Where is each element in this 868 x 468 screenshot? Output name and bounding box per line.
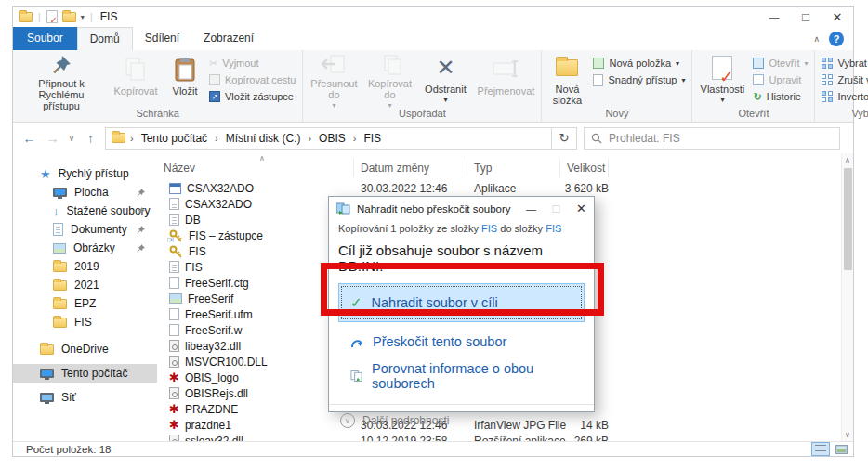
sidebar-item-desktop[interactable]: Plocha	[13, 183, 157, 202]
properties-button[interactable]: Vlastnosti ▾	[695, 50, 749, 106]
tab-soubor[interactable]: Soubor	[13, 27, 77, 50]
up-button[interactable]: ↑	[79, 127, 102, 150]
folder-icon	[53, 280, 67, 291]
cut-button[interactable]: ✂ Vyjmout	[205, 55, 299, 72]
refresh-button[interactable]: ↻	[552, 127, 577, 150]
maximize-button[interactable]: □	[790, 6, 822, 27]
easy-access-button[interactable]: Snadný přístup ▾	[589, 72, 689, 88]
copy-to-button[interactable]: Kopírovat do ▾	[362, 50, 417, 106]
sidebar-item-this-pc[interactable]: Tento počítač	[13, 364, 157, 383]
help-icon[interactable]: ?	[829, 32, 844, 46]
properties-icon	[712, 54, 732, 82]
details-view-button[interactable]	[811, 442, 830, 456]
new-item-button[interactable]: Nová položka ▾	[589, 55, 689, 72]
sort-ascending-icon: ∧	[259, 154, 265, 162]
qat-dropdown-icon[interactable]: ▾	[81, 13, 85, 21]
new-folder-button[interactable]: Nová složka	[545, 50, 589, 106]
sidebar-item-network[interactable]: Síť	[13, 388, 157, 407]
thumbnails-view-button[interactable]	[832, 442, 850, 456]
folder-icon	[19, 12, 33, 22]
compare-files-option[interactable]: Porovnat informace o obou souborech	[350, 361, 585, 391]
sidebar-item-quick-access[interactable]: ★ Rychlý přístup	[13, 164, 157, 183]
delete-button[interactable]: ✕ Odstranit ▾	[417, 50, 473, 106]
sidebar-item-documents[interactable]: Dokumenty	[13, 220, 157, 239]
column-header-date[interactable]: Datum změny	[354, 159, 467, 177]
recent-locations-icon[interactable]: ∨	[64, 127, 79, 150]
history-button[interactable]: ↻ Historie	[749, 88, 811, 105]
tab-zobrazeni[interactable]: Zobrazení	[191, 27, 266, 50]
new-folder-qat-icon[interactable]	[62, 12, 76, 22]
edit-button[interactable]: Upravit	[749, 72, 811, 88]
open-icon	[753, 58, 764, 69]
column-header-name[interactable]: Název	[157, 159, 354, 177]
open-button[interactable]: Otevřít ▾	[749, 55, 811, 72]
tab-domu[interactable]: Domů	[77, 27, 133, 50]
paste-shortcut-icon: ↗	[209, 91, 220, 102]
minimize-button[interactable]: —	[758, 6, 790, 27]
select-all-button[interactable]: Vybrat vše	[818, 55, 868, 72]
copy-path-button[interactable]: Kopírovat cestu	[205, 72, 299, 88]
dialog-close-button[interactable]: ✕	[569, 197, 594, 220]
navigation-pane: ★ Rychlý přístup Plocha ↓ Stažené soubor…	[13, 153, 157, 441]
breadcrumb-local-disk[interactable]: Místní disk (C:)	[223, 132, 304, 145]
dialog-title-bar: Nahradit nebo přeskočit soubory — □ ✕	[329, 197, 594, 220]
table-row[interactable]: CSAX32ADO 30.03.2022 12:46Aplikace3 620 …	[157, 180, 841, 196]
move-to-icon	[322, 54, 346, 76]
pin-icon	[137, 187, 145, 200]
scrollbar-thumb[interactable]	[844, 168, 852, 270]
tab-sdileni[interactable]: Sdílení	[133, 27, 191, 50]
pin-to-quick-access-button[interactable]: Připnout k Rychlému přístupu	[16, 50, 107, 106]
items-count: Počet položek: 18	[26, 444, 111, 455]
thumbnails-view-icon	[835, 445, 848, 454]
sidebar-item-epz[interactable]: EPZ	[13, 294, 157, 313]
breadcrumb-obis[interactable]: OBIS	[316, 132, 349, 145]
network-icon	[40, 393, 54, 402]
edit-icon	[753, 74, 764, 85]
sidebar-item-onedrive[interactable]: OneDrive	[13, 340, 157, 358]
search-input[interactable]: Prohledat: FIS	[584, 127, 840, 150]
sidebar-item-pictures[interactable]: Obrázky	[13, 239, 157, 257]
properties-qat-icon[interactable]	[46, 10, 58, 23]
cut-icon: ✂	[209, 58, 217, 69]
config-file-icon	[169, 214, 179, 226]
breadcrumb[interactable]: › Tento počítač › Místní disk (C:) › OBI…	[105, 127, 552, 150]
sidebar-item-fis[interactable]: FIS	[13, 313, 157, 332]
file-icon	[169, 277, 179, 289]
collapse-ribbon-icon[interactable]: ∧	[813, 34, 820, 44]
invert-selection-button[interactable]: Invertovat výběr	[818, 88, 868, 105]
sidebar-item-downloads[interactable]: ↓ Stažené soubory	[13, 202, 157, 220]
sidebar-item-2021[interactable]: 2021	[13, 276, 157, 294]
paste-button[interactable]: Vložit	[164, 50, 205, 106]
pin-icon	[137, 242, 145, 255]
rename-button[interactable]: Přejmenovat	[473, 50, 538, 106]
breadcrumb-fis[interactable]: FIS	[361, 132, 384, 145]
column-header-type[interactable]: Typ	[467, 159, 560, 177]
column-header-size[interactable]: Velikost	[560, 159, 609, 177]
back-button[interactable]: ←	[18, 127, 41, 150]
target-folder-link[interactable]: FIS	[546, 223, 561, 234]
scroll-up-icon[interactable]: ∧	[842, 153, 853, 166]
copy-to-icon	[377, 54, 401, 76]
close-button[interactable]: ✕	[822, 6, 853, 27]
copy-icon	[125, 54, 147, 84]
move-to-button[interactable]: Přesunout do ▾	[306, 50, 362, 106]
vertical-scrollbar[interactable]: ∧ ∨	[841, 153, 853, 441]
breadcrumb-this-pc[interactable]: Tento počítač	[138, 132, 210, 145]
skip-arrow-icon	[350, 336, 363, 348]
source-folder-link[interactable]: FIS	[481, 223, 497, 234]
dialog-minimize-button[interactable]: —	[519, 197, 544, 220]
skip-file-option[interactable]: Přeskočit tento soubor	[350, 334, 585, 349]
new-item-icon	[593, 58, 604, 69]
paste-shortcut-button[interactable]: ↗ Vložit zástupce	[205, 88, 299, 105]
explorer-window: | ▾ | FIS — □ ✕ Soubor Domů Sdílení Zobr…	[12, 6, 854, 457]
key-shortcut-icon: ↗	[169, 229, 183, 242]
application-icon	[169, 183, 181, 194]
more-details-toggle[interactable]: ∨ Další podrobnosti	[329, 405, 594, 436]
copy-button[interactable]: Kopírovat	[107, 50, 164, 106]
sidebar-item-2019[interactable]: 2019	[13, 257, 157, 276]
pin-icon	[137, 224, 145, 237]
select-none-button[interactable]: Zrušit výběr	[818, 72, 868, 88]
dialog-copy-line: Kopírování 1 položky ze složky FIS do sl…	[329, 220, 594, 234]
scroll-down-icon[interactable]: ∨	[842, 428, 853, 441]
forward-button[interactable]: →	[41, 127, 64, 150]
